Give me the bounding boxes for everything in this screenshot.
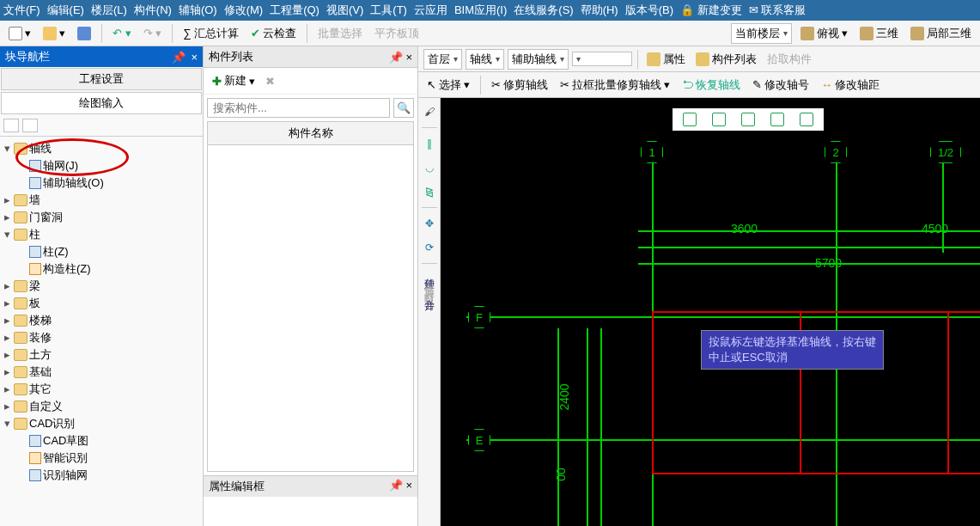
component-list-button[interactable]: 构件列表: [692, 50, 760, 69]
menu-help[interactable]: 帮助(H): [581, 3, 618, 18]
tree-item-gz-column[interactable]: 构造柱(Z): [29, 260, 201, 278]
category-select[interactable]: 轴线: [466, 49, 504, 70]
axis-icon[interactable]: ‖: [421, 135, 438, 152]
tree-node-other[interactable]: ▸其它: [2, 381, 201, 398]
move-icon[interactable]: ✥: [421, 215, 438, 232]
3d-view-button[interactable]: 三维: [856, 24, 902, 43]
expand-icon[interactable]: [712, 113, 726, 126]
tree-item-aux-axis[interactable]: 辅助轴线(O): [29, 174, 201, 192]
menu-floor[interactable]: 楼层(L): [91, 3, 127, 18]
menu-tool[interactable]: 工具(T): [370, 3, 407, 18]
tree-node-slab[interactable]: ▸板: [2, 295, 201, 312]
tree-node-wall[interactable]: ▸墙: [2, 192, 201, 209]
restore-axis-button[interactable]: ⮌ 恢复轴线: [679, 76, 744, 95]
close-icon[interactable]: ×: [405, 51, 412, 64]
axis-bubble-f: F: [468, 306, 490, 328]
pin-icon[interactable]: 📌: [172, 51, 186, 64]
redo-button[interactable]: ↷ ▾: [140, 25, 166, 41]
collapse-icon[interactable]: [22, 119, 38, 132]
search-button[interactable]: 🔍: [393, 98, 414, 118]
edit-axis-dist-button[interactable]: ↔ 修改轴距: [818, 76, 883, 95]
search-input[interactable]: [207, 98, 390, 118]
tree-node-earth[interactable]: ▸土方: [2, 346, 201, 364]
component-search: 🔍: [204, 95, 417, 121]
dim-3600: 3600: [731, 222, 758, 235]
menu-quantity[interactable]: 工程量(Q): [270, 3, 320, 18]
pin-icon[interactable]: 📌: [389, 51, 403, 64]
fit-icon[interactable]: [683, 113, 697, 126]
tree-node-axis[interactable]: ▾轴线: [2, 140, 201, 157]
tree-item-cad-smart[interactable]: 智能识别: [29, 450, 201, 467]
tree-item-cad-draft[interactable]: CAD草图: [29, 432, 201, 450]
trim-axis-button[interactable]: ✂ 修剪轴线: [488, 76, 551, 95]
close-icon[interactable]: ×: [191, 51, 198, 64]
dim-5700: 5700: [815, 256, 842, 270]
ortho-view-button[interactable]: 俯视 ▾: [797, 24, 851, 43]
tree-item-grid[interactable]: 轴网(J): [29, 157, 201, 174]
expand-icon[interactable]: [3, 119, 19, 132]
menu-cloud[interactable]: 云应用: [414, 3, 447, 18]
tree-node-custom[interactable]: ▸自定义: [2, 398, 201, 415]
delete-component-button[interactable]: ✖: [262, 73, 278, 89]
drawing-canvas[interactable]: 1 2 1/2 F E 3600 4500 5700 2400 00 按鼠标左键…: [441, 98, 980, 526]
tab-project-settings[interactable]: 工程设置: [1, 68, 202, 90]
tree-node-beam[interactable]: ▸梁: [2, 278, 201, 295]
cloud-check-button[interactable]: ✔ 云检查: [247, 24, 300, 43]
menu-component[interactable]: 构件(N): [134, 3, 172, 18]
tree-item-cad-axis[interactable]: 识别轴网: [29, 467, 201, 484]
select-tool[interactable]: ↖ 选择 ▾: [423, 76, 473, 95]
save-view-icon[interactable]: [741, 113, 755, 126]
save-button[interactable]: [74, 25, 94, 42]
floor-select[interactable]: 首层: [423, 49, 462, 70]
edit-axis-no-button[interactable]: ✎ 修改轴号: [749, 76, 813, 95]
pin-icon[interactable]: 📌: [389, 479, 403, 492]
tab-draw-input[interactable]: 绘图输入: [1, 92, 202, 114]
menu-bim[interactable]: BIM应用(I): [454, 3, 507, 18]
undo-button[interactable]: ↶ ▾: [109, 25, 135, 41]
new-file-button[interactable]: ▾: [5, 25, 34, 42]
sum-calc-button[interactable]: ∑ 汇总计算: [180, 24, 242, 43]
tree-item-column-z[interactable]: 柱(Z): [29, 243, 201, 260]
menu-new-change[interactable]: 🔒 新建变更: [680, 3, 742, 18]
open-file-button[interactable]: ▾: [40, 25, 69, 42]
tree-node-door[interactable]: ▸门窗洞: [2, 209, 201, 226]
canvas-tooltip: 按鼠标左键选择基准轴线，按右键中止或ESC取消: [701, 330, 884, 370]
tree-node-cad[interactable]: ▾CAD识别: [2, 415, 201, 432]
menu-modify[interactable]: 修改(M): [224, 3, 264, 18]
subcategory-select[interactable]: 辅助轴线: [508, 49, 569, 70]
menu-version[interactable]: 版本号(B): [625, 3, 673, 18]
arc-icon[interactable]: ◡: [421, 159, 438, 176]
close-icon[interactable]: ×: [405, 479, 412, 492]
current-floor-select[interactable]: 当前楼层: [731, 23, 792, 44]
tree-node-deco[interactable]: ▸装修: [2, 329, 201, 346]
share-icon[interactable]: [770, 113, 784, 126]
axis-bubble-2: 2: [825, 141, 847, 163]
new-component-button[interactable]: ✚ 新建 ▾: [209, 71, 259, 90]
batch-trim-button[interactable]: ✂ 拉框批量修剪轴线 ▾: [557, 76, 673, 95]
tree-node-found[interactable]: ▸基础: [2, 364, 201, 381]
property-button[interactable]: 属性: [643, 50, 689, 69]
flat-slab-button[interactable]: 平齐板顶: [371, 24, 423, 43]
mirror-icon[interactable]: ⧎: [421, 183, 438, 200]
gear-icon[interactable]: [800, 113, 813, 126]
batch-select-button[interactable]: 批量选择: [314, 24, 366, 43]
component-list-title: 构件列表 📌 ×: [204, 46, 417, 68]
menu-edit[interactable]: 编辑(E): [47, 3, 84, 18]
axis-bubble-1-2: 1/2: [930, 141, 961, 163]
menu-view[interactable]: 视图(V): [326, 3, 363, 18]
drawing-toolbar-1: 首层 轴线 辅助轴线 属性 构件列表 拾取构件: [418, 46, 980, 72]
item-select[interactable]: [572, 52, 632, 66]
tree-node-column[interactable]: ▾柱: [2, 226, 201, 243]
drawing-toolbar-2: ↖ 选择 ▾ ✂ 修剪轴线 ✂ 拉框批量修剪轴线 ▾ ⮌ 恢复轴线 ✎ 修改轴号…: [418, 72, 980, 98]
menu-online[interactable]: 在线服务(S): [514, 3, 573, 18]
menu-file[interactable]: 文件(F): [3, 3, 40, 18]
tree-node-stairs[interactable]: ▸楼梯: [2, 312, 201, 329]
rotate-icon[interactable]: ⟳: [421, 239, 438, 256]
brush-icon[interactable]: 🖌: [421, 103, 438, 120]
local-3d-button[interactable]: 局部三维: [907, 24, 975, 43]
menu-contact[interactable]: ✉ 联系客服: [749, 3, 807, 18]
navigator-title: 块导航栏 📌×: [0, 46, 203, 67]
component-list-body[interactable]: [207, 145, 414, 472]
menu-aux-axis[interactable]: 辅轴(O): [179, 3, 217, 18]
pick-component-button[interactable]: 拾取构件: [764, 50, 815, 69]
